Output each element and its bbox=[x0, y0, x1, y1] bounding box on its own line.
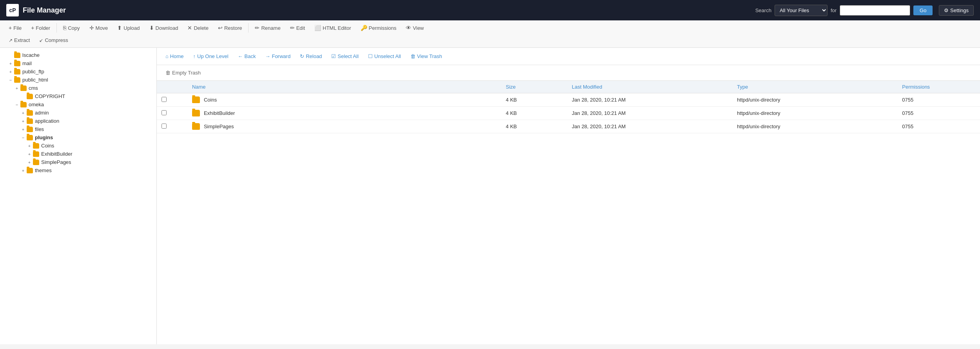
col-size[interactable]: Size bbox=[501, 81, 567, 93]
row-name-1[interactable]: ExhibitBuilder bbox=[187, 107, 501, 120]
checkbox-0[interactable] bbox=[162, 97, 167, 102]
toggle-files: + bbox=[20, 127, 26, 132]
row-size-1: 4 KB bbox=[501, 107, 567, 120]
move-label: Move bbox=[96, 25, 108, 31]
tree-item-plugins[interactable]: − plugins bbox=[0, 133, 156, 142]
folder-icon-plugins bbox=[27, 135, 33, 140]
tree-item-omeka[interactable]: − omeka bbox=[0, 100, 156, 109]
row-type-1: httpd/unix-directory bbox=[732, 107, 897, 120]
tree-item-copyright[interactable]: COPYRIGHT bbox=[0, 92, 156, 100]
search-scope-select[interactable]: All Your Files File Names Only Document … bbox=[775, 5, 828, 16]
toggle-plugins: − bbox=[20, 135, 26, 140]
tree-item-application[interactable]: + application bbox=[0, 117, 156, 125]
search-area: Search All Your Files File Names Only Do… bbox=[755, 5, 974, 16]
upload-button[interactable]: ⬆ Upload bbox=[113, 23, 143, 33]
toggle-public-html: − bbox=[8, 78, 13, 82]
tree-item-mail[interactable]: + mail bbox=[0, 59, 156, 67]
select-all-button[interactable]: ☑ Select All bbox=[327, 52, 362, 61]
col-type[interactable]: Type bbox=[732, 81, 897, 93]
restore-button[interactable]: ↩ Restore bbox=[214, 23, 246, 33]
checkbox-2[interactable] bbox=[162, 124, 167, 129]
table-row[interactable]: Coins 4 KB Jan 28, 2020, 10:21 AM httpd/… bbox=[157, 93, 980, 107]
view-button[interactable]: 👁 View bbox=[402, 23, 428, 33]
folder-icon-mail bbox=[14, 61, 20, 66]
folder-icon-themes bbox=[27, 168, 33, 173]
delete-label: Delete bbox=[194, 25, 209, 31]
main-layout: lscache + mail + public_ftp − public_htm… bbox=[0, 48, 980, 344]
rename-button[interactable]: ✏ Rename bbox=[251, 23, 284, 33]
reload-button[interactable]: ↻ Reload bbox=[296, 52, 326, 61]
folder-icon-lscache bbox=[14, 53, 20, 58]
tree-item-coins[interactable]: + Coins bbox=[0, 142, 156, 150]
label-copyright: COPYRIGHT bbox=[35, 93, 65, 99]
table-row[interactable]: ExhibitBuilder 4 KB Jan 28, 2020, 10:21 … bbox=[157, 107, 980, 120]
reload-label: Reload bbox=[306, 53, 322, 59]
up-level-button[interactable]: ↑ Up One Level bbox=[189, 52, 232, 61]
up-level-label: Up One Level bbox=[197, 53, 229, 59]
view-trash-button[interactable]: 🗑 View Trash bbox=[407, 52, 446, 61]
settings-button[interactable]: ⚙ Settings bbox=[939, 5, 974, 16]
label-exhibit-builder: ExhibitBuilder bbox=[41, 151, 73, 157]
download-button[interactable]: ⬇ Download bbox=[145, 23, 182, 33]
label-plugins: plugins bbox=[35, 135, 53, 140]
home-nav-button[interactable]: ⌂ Home bbox=[162, 52, 188, 61]
search-input[interactable] bbox=[840, 5, 910, 16]
compress-icon: ↙ bbox=[39, 38, 43, 43]
row-checkbox-0[interactable] bbox=[157, 93, 187, 107]
row-checkbox-2[interactable] bbox=[157, 120, 187, 133]
tree-item-admin[interactable]: + admin bbox=[0, 109, 156, 117]
label-coins: Coins bbox=[41, 143, 54, 149]
row-name-0[interactable]: Coins bbox=[187, 93, 501, 107]
row-permissions-1: 0755 bbox=[897, 107, 980, 120]
view-label: View bbox=[413, 25, 424, 31]
extract-button[interactable]: ↗ Extract bbox=[5, 35, 34, 45]
action-bar: 🗑 Empty Trash bbox=[157, 65, 980, 81]
folder-icon-application bbox=[27, 118, 33, 124]
download-icon: ⬇ bbox=[149, 25, 154, 31]
folder-icon-public-html bbox=[14, 77, 20, 83]
label-themes: themes bbox=[35, 167, 52, 173]
row-checkbox-1[interactable] bbox=[157, 107, 187, 120]
forward-button[interactable]: → Forward bbox=[261, 52, 294, 61]
filename-1: ExhibitBuilder bbox=[204, 110, 235, 116]
col-name[interactable]: Name bbox=[187, 81, 501, 93]
col-modified[interactable]: Last Modified bbox=[567, 81, 732, 93]
unselect-all-button[interactable]: ☐ Unselect All bbox=[364, 52, 405, 61]
tree-item-cms[interactable]: + cms bbox=[0, 84, 156, 92]
new-folder-button[interactable]: + Folder bbox=[27, 23, 54, 33]
tree-item-exhibit-builder[interactable]: + ExhibitBuilder bbox=[0, 150, 156, 158]
tree-item-simple-pages[interactable]: + SimplePages bbox=[0, 158, 156, 166]
extract-label: Extract bbox=[14, 37, 30, 43]
tree-item-public-html[interactable]: − public_html bbox=[0, 76, 156, 84]
for-label: for bbox=[831, 7, 837, 13]
checkbox-1[interactable] bbox=[162, 110, 167, 115]
tree-item-public-ftp[interactable]: + public_ftp bbox=[0, 67, 156, 76]
back-button[interactable]: ← Back bbox=[234, 52, 260, 61]
label-application: application bbox=[35, 118, 59, 124]
folder-icon-copyright bbox=[27, 94, 33, 99]
tree-item-lscache[interactable]: lscache bbox=[0, 51, 156, 59]
delete-button[interactable]: ✕ Delete bbox=[183, 23, 212, 33]
compress-button[interactable]: ↙ Compress bbox=[35, 35, 72, 45]
permissions-button[interactable]: 🔑 Permissions bbox=[357, 23, 401, 33]
go-button[interactable]: Go bbox=[913, 5, 933, 15]
file-nav-bar: ⌂ Home ↑ Up One Level ← Back → Forward ↻… bbox=[157, 48, 980, 65]
file-table: Name Size Last Modified Type Permissions… bbox=[157, 81, 980, 133]
col-permissions[interactable]: Permissions bbox=[897, 81, 980, 93]
plus-icon: + bbox=[9, 25, 12, 31]
file-tree-sidebar: lscache + mail + public_ftp − public_htm… bbox=[0, 48, 157, 344]
move-button[interactable]: ✛ Move bbox=[85, 23, 112, 33]
row-name-2[interactable]: SimplePages bbox=[187, 120, 501, 133]
copy-button[interactable]: ⎘ Copy bbox=[59, 23, 83, 33]
edit-label: Edit bbox=[296, 25, 305, 31]
empty-trash-button[interactable]: 🗑 Empty Trash bbox=[162, 68, 205, 77]
html-editor-button[interactable]: ⬜ HTML Editor bbox=[310, 23, 355, 33]
select-all-icon: ☑ bbox=[331, 53, 336, 59]
folder-icon-exhibit-builder bbox=[33, 151, 39, 157]
new-file-button[interactable]: + File bbox=[5, 23, 25, 33]
table-row[interactable]: SimplePages 4 KB Jan 28, 2020, 10:21 AM … bbox=[157, 120, 980, 133]
edit-button[interactable]: ✏ Edit bbox=[286, 23, 309, 33]
tree-item-files[interactable]: + files bbox=[0, 125, 156, 133]
forward-arrow-icon: → bbox=[265, 53, 270, 59]
tree-item-themes[interactable]: + themes bbox=[0, 166, 156, 174]
